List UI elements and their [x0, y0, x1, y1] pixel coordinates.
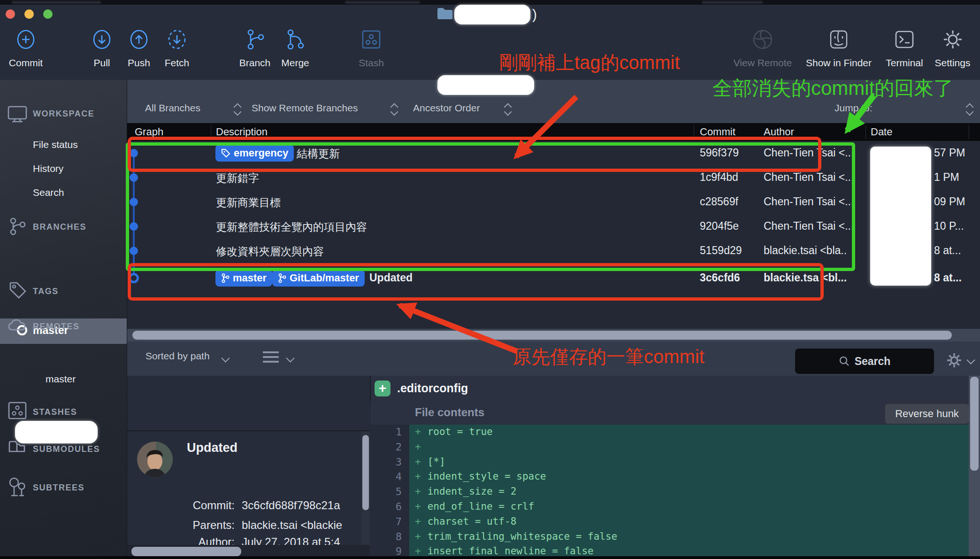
graph-head-dot	[129, 273, 139, 283]
commit-row[interactable]: 更新商業目標 c28569f Chen-Tien Tsai <... 09 PM	[127, 190, 980, 214]
diff-line[interactable]: 2+	[370, 440, 969, 455]
remote-filter-dropdown[interactable]: Show Remote Branches	[252, 102, 358, 114]
commit-date: 10 P...	[934, 220, 964, 233]
column-header-date[interactable]: Date	[871, 126, 892, 138]
fetch-button[interactable]: Fetch	[151, 24, 203, 69]
commit-description: 更新錯字	[216, 171, 259, 186]
graph-commit-dot	[130, 222, 138, 231]
detail-parents-value: blackie.tsai <blackie	[242, 519, 361, 532]
detail-vscrollbar-thumb[interactable]	[362, 435, 369, 510]
sort-dropdown[interactable]: Sorted by path	[145, 350, 210, 362]
view-options-icon[interactable]	[263, 351, 279, 365]
repo-folder-icon	[436, 7, 453, 21]
author-avatar	[137, 442, 173, 477]
diff-line[interactable]: 6+end_of_line = crlf	[370, 499, 969, 514]
column-header-graph[interactable]: Graph	[135, 126, 163, 138]
commit-row[interactable]: master GitLab/master Updated 3c6cfd6 bla…	[127, 265, 980, 291]
commit-button[interactable]: Commit	[0, 24, 52, 69]
commit-row[interactable]: 更新錯字 1c9f4bd Chen-Tien Tsai <... 1 PM	[127, 165, 980, 190]
commit-list-hscrollbar-thumb[interactable]	[132, 331, 952, 340]
tag-badge[interactable]: emergency	[215, 145, 294, 162]
commit-table-header: Graph Description Commit Author Date	[127, 123, 980, 141]
minimize-window-button[interactable]	[24, 9, 34, 19]
commit-row[interactable]: emergency 結構更新 596f379 Chen-Tien Tsai <.…	[127, 141, 980, 165]
diff-file-name: .editorconfig	[397, 381, 468, 395]
diff-line[interactable]: 7+charset = utf-8	[370, 514, 969, 529]
diff-line[interactable]: 3+[*]	[370, 455, 969, 470]
column-header-author[interactable]: Author	[764, 126, 794, 138]
column-header-description[interactable]: Description	[216, 126, 268, 138]
commit-author: Chen-Tien Tsai <...	[764, 195, 854, 208]
commit-hash: 5159d29	[700, 244, 742, 257]
jump-to-label: Jump to:	[835, 102, 873, 114]
search-input[interactable]: Search	[795, 349, 934, 374]
graph-commit-dot	[130, 173, 138, 182]
commit-description: 結構更新	[297, 147, 340, 161]
diff-line[interactable]: 8+trim_trailing_whitespace = false	[370, 529, 969, 544]
tags-icon	[8, 281, 27, 300]
redaction-remote-name	[15, 421, 98, 443]
commit-row[interactable]: 更新整體技術全覽內的項目內容 9204f5e Chen-Tien Tsai <.…	[127, 214, 980, 239]
dock-sliver	[0, 556, 980, 559]
sidebar-item-search[interactable]: Search	[33, 187, 64, 198]
sidebar-section-branches: BRANCHES	[33, 222, 86, 232]
chevron-updown-icon[interactable]	[505, 104, 512, 115]
branch-badge[interactable]: master	[215, 270, 272, 287]
sidebar-item-history[interactable]: History	[33, 163, 63, 174]
zoom-window-button[interactable]	[43, 9, 53, 19]
settings-button[interactable]: Settings	[925, 24, 980, 69]
diff-vscrollbar-thumb[interactable]	[970, 377, 979, 471]
chevron-updown-icon[interactable]	[235, 104, 241, 115]
redaction-filter-value	[437, 75, 534, 95]
stash-icon	[345, 24, 397, 54]
search-placeholder: Search	[855, 355, 891, 368]
chevron-updown-icon[interactable]	[967, 104, 973, 115]
tag-icon	[221, 148, 230, 158]
detail-parents-label: Parents:	[150, 519, 235, 532]
workspace-icon	[8, 106, 27, 123]
fetch-icon	[151, 24, 203, 54]
diff-settings-gear-icon[interactable]	[944, 350, 964, 370]
chevron-updown-icon[interactable]	[391, 104, 398, 115]
commit-author: Chen-Tien Tsai <...	[764, 171, 854, 184]
commit-author: blackie.tsa <bl...	[764, 272, 847, 284]
close-window-button[interactable]	[6, 9, 15, 19]
diff-line[interactable]: 1+root = true	[370, 425, 969, 440]
sidebar-item-file-status[interactable]: File status	[33, 139, 78, 150]
window-toolbar: ) Commit Pull Push Fetch	[0, 5, 980, 80]
globe-icon	[725, 24, 800, 54]
sidebar-section-stashes: STASHES	[33, 407, 77, 417]
commit-description: 更新商業目標	[216, 195, 281, 210]
order-filter-dropdown[interactable]: Ancestor Order	[413, 102, 480, 114]
file-added-icon: +	[375, 380, 390, 396]
sidebar: WORKSPACE File status History Search BRA…	[0, 80, 127, 559]
sidebar-section-tags: TAGS	[33, 287, 59, 296]
terminal-button[interactable]: Terminal	[876, 24, 933, 69]
pane-divider[interactable]	[127, 430, 370, 431]
commit-date: 57 PM	[934, 147, 965, 159]
sidebar-item-remote-master[interactable]: master	[46, 373, 76, 385]
branches-icon	[8, 217, 26, 236]
view-remote-button[interactable]: View Remote	[725, 24, 800, 69]
column-header-commit[interactable]: Commit	[700, 126, 735, 138]
stash-button[interactable]: Stash	[345, 24, 397, 69]
finder-icon	[796, 24, 881, 54]
reverse-hunk-button[interactable]: Reverse hunk	[885, 404, 969, 424]
merge-button[interactable]: Merge	[269, 24, 321, 69]
sidebar-section-subtrees: SUBTREES	[33, 483, 84, 493]
commit-hash: 596f379	[700, 147, 739, 159]
branch-badge[interactable]: GitLab/master	[272, 270, 365, 287]
commit-date: 8 at...	[934, 272, 962, 284]
commit-description: 更新整體技術全覽內的項目內容	[216, 220, 367, 234]
branch-filter-dropdown[interactable]: All Branches	[145, 102, 200, 114]
submodules-icon	[8, 439, 27, 458]
detail-hscrollbar-thumb[interactable]	[131, 547, 241, 556]
branch-icon	[278, 273, 286, 283]
commit-author: Chen-Tien Tsai <...	[764, 220, 854, 233]
show-in-finder-button[interactable]: Show in Finder	[796, 24, 881, 69]
diff-line[interactable]: 4+indent_style = space	[370, 469, 969, 484]
commit-row[interactable]: 修改資料夾層次與內容 5159d29 blackie.tsai <bla.. 8…	[127, 239, 980, 263]
commit-description: 修改資料夾層次與內容	[216, 244, 324, 259]
commit-hash: 9204f5e	[700, 220, 739, 233]
diff-line[interactable]: 5+indent_size = 2	[370, 484, 969, 499]
